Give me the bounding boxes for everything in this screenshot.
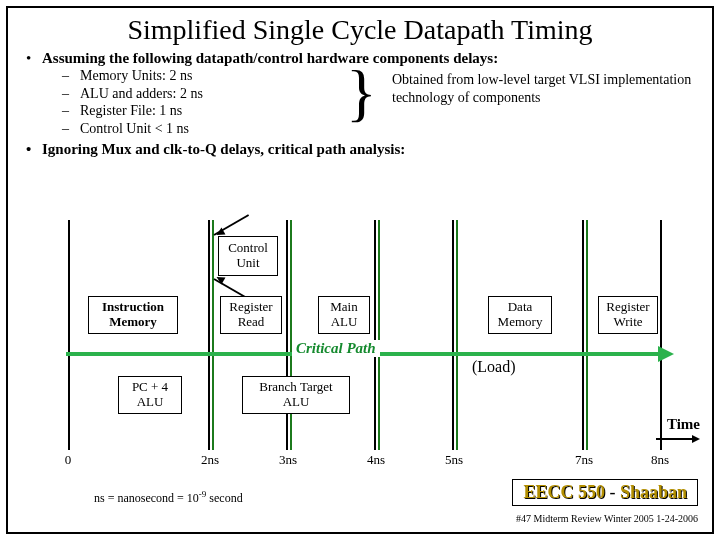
axis-5: 5ns [445, 452, 463, 468]
page-meta: #47 Midterm Review Winter 2005 1-24-2006 [516, 513, 698, 524]
critical-path-arrow-tip [658, 346, 674, 362]
box-register-read: Register Read [220, 296, 282, 334]
tick-8 [660, 220, 662, 450]
tick-2-green [212, 220, 214, 450]
slide-title: Simplified Single Cycle Datapath Timing [8, 14, 712, 46]
tick-4 [374, 220, 376, 450]
brace-note: Obtained from low-level target VLSI impl… [392, 71, 702, 106]
tick-5 [452, 220, 454, 450]
axis-2: 2ns [201, 452, 219, 468]
delay-reg: Register File: 1 ns [80, 102, 182, 120]
tick-3-green [290, 220, 292, 450]
tick-5-green [456, 220, 458, 450]
bullet-ignore: •Ignoring Mux and clk-to-Q delays, criti… [8, 137, 712, 158]
timing-diagram: Control Unit Instruction Memory Register… [28, 220, 698, 450]
box-main-alu: Main ALU [318, 296, 370, 334]
axis-7: 7ns [575, 452, 593, 468]
box-register-write: Register Write [598, 296, 658, 334]
brace-icon: } [346, 61, 377, 125]
critical-path-label: Critical Path [292, 340, 380, 357]
box-branch-target: Branch Target ALU [242, 376, 350, 414]
tick-3 [286, 220, 288, 450]
axis-4: 4ns [367, 452, 385, 468]
time-axis-label: Time [667, 416, 700, 433]
bullet-dot: • [26, 50, 42, 67]
box-pc4-alu: PC + 4 ALU [118, 376, 182, 414]
delay-mem: Memory Units: 2 ns [80, 67, 192, 85]
box-instruction-memory: Instruction Memory [88, 296, 178, 334]
tick-2 [208, 220, 210, 450]
axis-3: 3ns [279, 452, 297, 468]
delays-block: –Memory Units: 2 ns –ALU and adders: 2 n… [8, 67, 712, 137]
axis-8: 8ns [651, 452, 669, 468]
axis-0: 0 [65, 452, 72, 468]
tick-4-green [378, 220, 380, 450]
box-control-unit: Control Unit [218, 236, 278, 276]
course-box: EECC 550 - Shaaban [512, 479, 698, 506]
tick-7 [582, 220, 584, 450]
load-label: (Load) [472, 358, 516, 376]
tick-0 [68, 220, 70, 450]
box-data-memory: Data Memory [488, 296, 552, 334]
slide-frame: Simplified Single Cycle Datapath Timing … [6, 6, 714, 534]
delay-alu: ALU and adders: 2 ns [80, 85, 203, 103]
footnote: ns = nanosecond = 10-9 second [94, 489, 243, 506]
time-arrow-icon [656, 438, 692, 440]
delay-cu: Control Unit < 1 ns [80, 120, 189, 138]
tick-7-green [586, 220, 588, 450]
